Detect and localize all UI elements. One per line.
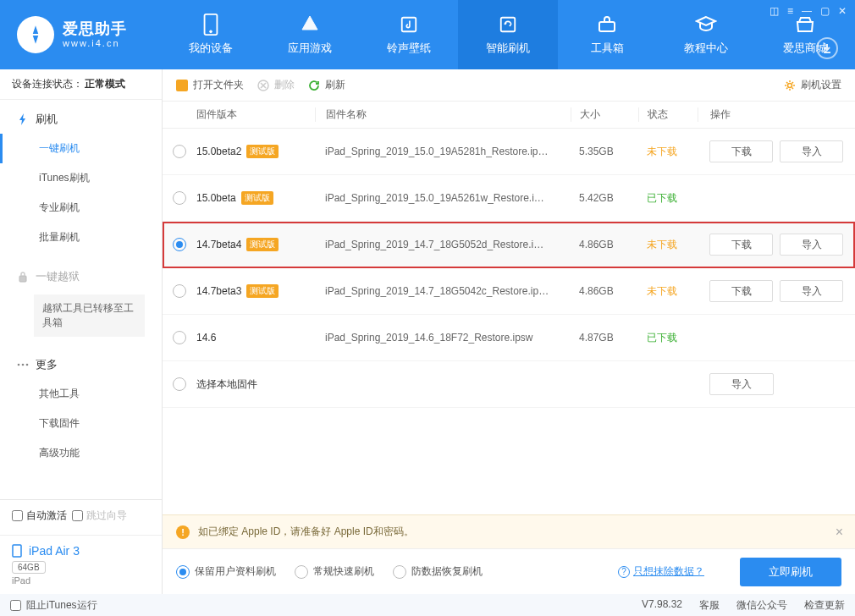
sidebar: 设备连接状态：正常模式 刷机 一键刷机 iTunes刷机 专业刷机 批量刷机 一…: [0, 69, 163, 594]
sidebar-item-itunes-flash[interactable]: iTunes刷机: [0, 163, 162, 193]
row-radio[interactable]: [173, 145, 186, 158]
jailbreak-notice: 越狱工具已转移至工具箱: [34, 294, 145, 337]
firmware-table: 15.0beta2测试版iPad_Spring_2019_15.0_19A528…: [163, 129, 855, 514]
delete-icon: [257, 80, 269, 91]
footer-check-update[interactable]: 检查更新: [804, 598, 845, 613]
connection-status: 设备连接状态：正常模式: [0, 69, 162, 100]
sidebar-group-more[interactable]: 更多: [0, 350, 162, 379]
device-name[interactable]: iPad Air 3: [0, 541, 162, 559]
close-icon[interactable]: ✕: [838, 5, 847, 17]
sidebar-item-other-tools[interactable]: 其他工具: [0, 379, 162, 409]
row-size: 4.87GB: [571, 332, 638, 344]
nav-ringtones-wallpapers[interactable]: 铃声壁纸: [359, 0, 458, 69]
import-button[interactable]: 导入: [780, 234, 843, 256]
svg-rect-9: [13, 545, 21, 557]
row-radio[interactable]: [173, 284, 186, 298]
beta-tag: 测试版: [246, 145, 279, 158]
status-bar: 阻止iTunes运行 V7.98.32 客服 微信公众号 检查更新: [0, 594, 855, 616]
tshirt-icon[interactable]: ◫: [770, 5, 779, 17]
beta-tag: 测试版: [241, 191, 273, 205]
sidebar-item-advanced[interactable]: 高级功能: [0, 438, 162, 468]
skip-guide-checkbox[interactable]: 跳过向导: [72, 509, 127, 523]
row-version: 15.0beta2: [196, 146, 241, 157]
download-button[interactable]: 下载: [709, 234, 773, 256]
svg-rect-2: [402, 18, 416, 32]
table-row-local[interactable]: 选择本地固件导入: [163, 361, 855, 408]
download-button[interactable]: 下载: [709, 140, 773, 162]
mode-keep-data[interactable]: 保留用户资料刷机: [176, 564, 276, 579]
tip-close-icon[interactable]: ×: [836, 525, 843, 540]
help-icon: ?: [618, 566, 630, 578]
delete-button[interactable]: 删除: [257, 78, 295, 92]
row-version: 14.7beta4: [196, 239, 241, 250]
import-button[interactable]: 导入: [780, 140, 843, 162]
download-button[interactable]: 下载: [709, 280, 773, 302]
mode-anti-recovery[interactable]: 防数据恢复刷机: [393, 564, 483, 579]
svg-rect-3: [501, 18, 516, 32]
table-row[interactable]: 14.6iPad_Spring_2019_14.6_18F72_Restore.…: [163, 315, 855, 361]
row-name: iPad_Spring_2019_14.7_18G5042c_Restore.i…: [315, 285, 571, 297]
minimize-icon[interactable]: —: [802, 5, 812, 17]
table-row[interactable]: 14.7beta3测试版iPad_Spring_2019_14.7_18G504…: [163, 268, 855, 315]
main-nav: 我的设备 应用游戏 铃声壁纸 智能刷机 工具箱 教程中心 爱思商城: [161, 0, 855, 69]
logo-area: 爱思助手 www.i4.cn: [0, 0, 161, 69]
row-version: 14.7beta3: [196, 285, 241, 297]
th-size: 大小: [571, 107, 638, 122]
row-radio[interactable]: [173, 238, 186, 251]
th-ops: 操作: [698, 107, 855, 122]
svg-point-7: [22, 363, 25, 366]
th-version: 固件版本: [196, 107, 315, 122]
row-radio[interactable]: [173, 191, 186, 205]
svg-point-6: [18, 363, 20, 366]
flash-settings-button[interactable]: 刷机设置: [784, 78, 841, 92]
footer-wechat[interactable]: 微信公众号: [736, 598, 787, 613]
auto-activate-checkbox[interactable]: 自动激活: [12, 509, 67, 523]
device-panel: 自动激活 跳过向导 iPad Air 3 64GB iPad: [0, 499, 162, 594]
nav-my-device[interactable]: 我的设备: [161, 0, 260, 69]
table-row[interactable]: 15.0beta测试版iPad_Spring_2019_15.0_19A5261…: [163, 175, 855, 222]
beta-tag: 测试版: [246, 284, 279, 298]
mode-normal[interactable]: 常规快速刷机: [295, 564, 374, 579]
sidebar-item-batch-flash[interactable]: 批量刷机: [0, 223, 162, 252]
refresh-button[interactable]: 刷新: [308, 78, 345, 92]
erase-data-link[interactable]: ?只想抹除数据？: [618, 564, 704, 579]
row-radio[interactable]: [173, 377, 186, 391]
row-radio[interactable]: [173, 331, 186, 344]
maximize-icon[interactable]: ▢: [820, 5, 830, 17]
sidebar-group-flash[interactable]: 刷机: [0, 105, 162, 134]
flash-now-button[interactable]: 立即刷机: [740, 558, 841, 586]
nav-apps-games[interactable]: 应用游戏: [260, 0, 359, 69]
import-button[interactable]: 导入: [709, 373, 774, 395]
svg-rect-4: [599, 22, 615, 31]
nav-smart-flash[interactable]: 智能刷机: [458, 0, 557, 69]
block-itunes-checkbox[interactable]: 阻止iTunes运行: [10, 598, 97, 613]
gear-icon: [784, 80, 796, 91]
row-name: iPad_Spring_2019_14.7_18G5052d_Restore.i…: [315, 239, 571, 250]
sidebar-item-download-firmware[interactable]: 下载固件: [0, 409, 162, 438]
svg-point-1: [209, 30, 212, 33]
import-button[interactable]: 导入: [780, 280, 843, 302]
lock-icon: [17, 271, 29, 283]
th-status: 状态: [638, 107, 698, 122]
nav-tutorials[interactable]: 教程中心: [657, 0, 756, 69]
nav-toolbox[interactable]: 工具箱: [558, 0, 657, 69]
alert-icon: !: [176, 525, 190, 539]
device-icon: [12, 544, 24, 558]
table-row[interactable]: 14.7beta4测试版iPad_Spring_2019_14.7_18G505…: [163, 222, 855, 268]
sidebar-item-oneclick-flash[interactable]: 一键刷机: [0, 134, 162, 163]
open-folder-button[interactable]: 打开文件夹: [176, 78, 244, 92]
menu-icon[interactable]: ≡: [787, 5, 793, 17]
sidebar-item-pro-flash[interactable]: 专业刷机: [0, 193, 162, 223]
toolbar: 打开文件夹 删除 刷新 刷机设置: [163, 69, 855, 102]
row-size: 4.86GB: [571, 239, 638, 250]
app-header: 爱思助手 www.i4.cn 我的设备 应用游戏 铃声壁纸 智能刷机 工具箱 教…: [0, 0, 855, 69]
footer-support[interactable]: 客服: [699, 598, 720, 613]
tip-bar: ! 如已绑定 Apple ID，请准备好 Apple ID和密码。 ×: [163, 514, 855, 548]
row-version: 14.6: [196, 332, 216, 344]
svg-point-11: [788, 83, 792, 87]
row-status: 未下载: [647, 239, 677, 250]
row-local-label: 选择本地固件: [196, 377, 571, 392]
table-row[interactable]: 15.0beta2测试版iPad_Spring_2019_15.0_19A528…: [163, 129, 855, 175]
logo-sub: www.i4.cn: [63, 38, 127, 49]
download-indicator-icon[interactable]: [816, 37, 838, 59]
